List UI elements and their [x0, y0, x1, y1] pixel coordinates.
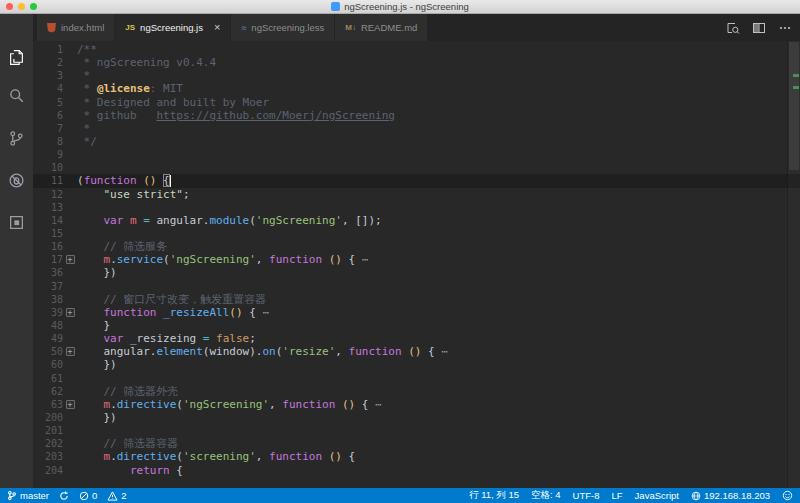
gutter-fold-column — [63, 201, 77, 214]
fold-expand-icon[interactable]: + — [66, 255, 75, 264]
open-preview-icon[interactable] — [726, 21, 740, 35]
code-line[interactable]: 2 * ngScreening v0.4.4 — [33, 56, 800, 69]
status-item-git-branch[interactable]: master — [7, 490, 49, 501]
split-editor-icon[interactable] — [752, 21, 766, 35]
code-text: * ngScreening v0.4.4 — [77, 56, 800, 69]
line-number: 49 — [33, 332, 63, 345]
line-number: 201 — [33, 424, 63, 437]
files-icon[interactable] — [0, 40, 33, 74]
text-cursor — [170, 175, 171, 187]
status-item-smiley[interactable] — [782, 490, 793, 501]
sync-icon — [59, 491, 69, 501]
code-line[interactable]: 5 * Designed and built by Moer — [33, 96, 800, 109]
line-number: 60 — [33, 358, 63, 371]
code-line[interactable]: 203 m.directive('screening', function ()… — [33, 450, 800, 463]
code-line[interactable]: 50+ angular.element(window).on('resize',… — [33, 345, 800, 358]
code-line[interactable]: 3 * — [33, 69, 800, 82]
search-icon[interactable] — [0, 78, 33, 112]
fold-expand-icon[interactable]: + — [66, 308, 75, 317]
code-line[interactable]: 7 * — [33, 122, 800, 135]
code-line[interactable]: 12 "use strict"; — [33, 188, 800, 201]
tab-index.html[interactable]: index.html — [37, 14, 115, 41]
window-title-group: ngScreening.js - ngScreening — [331, 1, 469, 12]
window-controls — [6, 3, 37, 10]
debug-icon[interactable] — [0, 163, 33, 197]
line-number: 202 — [33, 437, 63, 450]
code-line[interactable]: 38 // 窗口尺寸改变，触发重置容器 — [33, 293, 800, 306]
line-number: 15 — [33, 227, 63, 240]
status-item[interactable]: UTF-8 — [573, 490, 600, 501]
source-control-icon[interactable] — [0, 121, 33, 155]
code-line[interactable]: 14 var m = angular.module('ngScreening',… — [33, 214, 800, 227]
status-item[interactable]: LF — [612, 490, 623, 501]
code-line[interactable]: 11(function () { — [33, 174, 800, 187]
scrollbar-thumb[interactable] — [789, 42, 799, 170]
code-text: * @license: MIT — [77, 82, 800, 95]
code-line[interactable]: 37 — [33, 280, 800, 293]
gutter-fold-column — [63, 148, 77, 161]
code-line[interactable]: 9 — [33, 148, 800, 161]
status-item-globe[interactable]: 192.168.18.203 — [691, 490, 770, 501]
status-item-label: 2 — [121, 490, 126, 501]
close-tab-icon[interactable]: × — [214, 22, 220, 33]
code-line[interactable]: 17+ m.service('ngScreening', function ()… — [33, 253, 800, 266]
status-item-error[interactable]: 0 — [79, 490, 97, 501]
code-line[interactable]: 39+ function _resizeAll() { ⋯ — [33, 306, 800, 319]
less-icon: ≈ — [241, 23, 246, 33]
editor-scrollbar[interactable] — [787, 41, 800, 488]
close-button[interactable] — [6, 3, 13, 10]
code-line[interactable]: 200 }) — [33, 411, 800, 424]
tab-ngScreening.less[interactable]: ≈ngScreening.less — [231, 14, 335, 41]
status-item[interactable]: JavaScript — [635, 490, 679, 501]
gutter-fold-column — [63, 411, 77, 424]
code-line[interactable]: 1/** — [33, 43, 800, 56]
code-line[interactable]: 13 — [33, 201, 800, 214]
line-number: 50 — [33, 345, 63, 358]
code-editor[interactable]: 1/**2 * ngScreening v0.4.43 *4 * @licens… — [33, 41, 800, 488]
tab-label: README.md — [361, 22, 417, 33]
code-text: * — [77, 122, 800, 135]
line-number: 8 — [33, 135, 63, 148]
zoom-button[interactable] — [30, 3, 37, 10]
code-line[interactable]: 202 // 筛选器容器 — [33, 437, 800, 450]
gutter-fold-column — [63, 135, 77, 148]
status-item[interactable]: 行 11, 列 15 — [469, 489, 519, 502]
code-line[interactable]: 16 // 筛选服务 — [33, 240, 800, 253]
status-bar: master02 行 11, 列 15空格: 4UTF-8LFJavaScrip… — [0, 488, 800, 503]
smiley-icon — [782, 490, 793, 501]
code-line[interactable]: 48 } — [33, 319, 800, 332]
gutter-fold-column: + — [63, 345, 77, 358]
code-text: m.directive('ngScreening', function () {… — [77, 398, 800, 411]
minimize-button[interactable] — [18, 3, 25, 10]
code-line[interactable]: 49 var _resizeing = false; — [33, 332, 800, 345]
code-text: */ — [77, 135, 800, 148]
code-line[interactable]: 204 return { — [33, 464, 800, 477]
code-line[interactable]: 36 }) — [33, 266, 800, 279]
status-item-sync[interactable] — [59, 491, 69, 501]
code-line[interactable]: 63+ m.directive('ngScreening', function … — [33, 398, 800, 411]
code-line[interactable]: 60 }) — [33, 358, 800, 371]
status-item[interactable]: 空格: 4 — [531, 489, 561, 502]
code-text — [77, 148, 800, 161]
code-line[interactable]: 6 * github https://github.com/Moerj/ngSc… — [33, 109, 800, 122]
code-line[interactable]: 8 */ — [33, 135, 800, 148]
code-line[interactable]: 15 — [33, 227, 800, 240]
line-number: 3 — [33, 69, 63, 82]
gutter-fold-column — [63, 109, 77, 122]
tab-README.md[interactable]: M↓README.md — [335, 14, 428, 41]
code-line[interactable]: 201 — [33, 424, 800, 437]
code-line[interactable]: 62 // 筛选器外壳 — [33, 385, 800, 398]
code-line[interactable]: 10 — [33, 161, 800, 174]
tab-ngScreening.js[interactable]: JSngScreening.js× — [115, 14, 231, 41]
more-actions-icon[interactable] — [778, 21, 792, 35]
code-text: }) — [77, 411, 800, 424]
fold-expand-icon[interactable]: + — [66, 347, 75, 356]
code-text — [77, 201, 800, 214]
code-text: // 窗口尺寸改变，触发重置容器 — [77, 293, 800, 306]
fold-expand-icon[interactable]: + — [66, 400, 75, 409]
code-line[interactable]: 4 * @license: MIT — [33, 82, 800, 95]
status-item-warning[interactable]: 2 — [107, 490, 126, 501]
code-line[interactable]: 61 — [33, 372, 800, 385]
line-number: 11 — [33, 174, 63, 187]
extensions-icon[interactable] — [0, 205, 33, 239]
